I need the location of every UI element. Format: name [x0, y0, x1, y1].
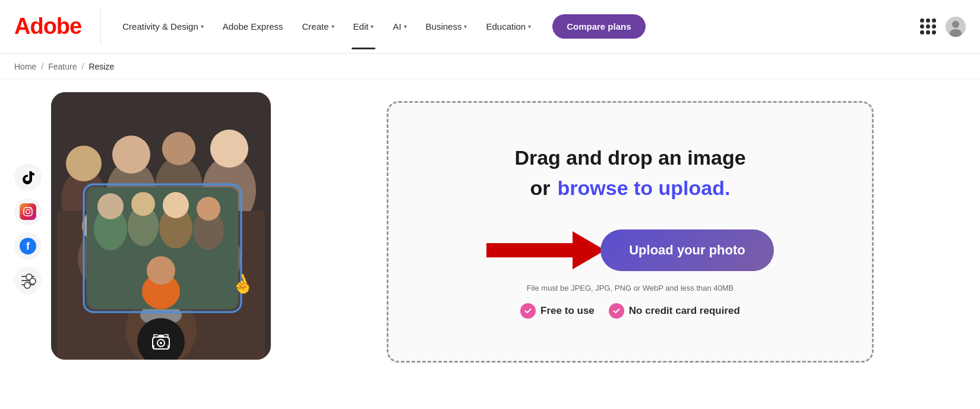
- browse-link[interactable]: browse to upload.: [558, 177, 731, 200]
- adobe-logo: Adobe: [14, 14, 81, 39]
- svg-point-14: [210, 130, 248, 168]
- instagram-icon-button[interactable]: [14, 198, 42, 225]
- check-icon: [520, 303, 536, 319]
- breadcrumb-current: Resize: [88, 62, 114, 71]
- red-arrow-icon: [486, 226, 605, 274]
- svg-point-34: [197, 197, 220, 221]
- breadcrumb-sep: /: [82, 62, 84, 71]
- main-content: f: [0, 80, 980, 383]
- nav-item-label: Create: [302, 21, 329, 32]
- social-icons-sidebar: f: [14, 92, 42, 294]
- instagram-icon: [20, 203, 36, 220]
- breadcrumb-home[interactable]: Home: [14, 62, 36, 71]
- chevron-down-icon: ▾: [331, 23, 334, 30]
- compare-plans-button[interactable]: Compare plans: [552, 14, 645, 39]
- chevron-down-icon: ▾: [404, 23, 407, 30]
- grid-icon[interactable]: [920, 18, 936, 34]
- svg-marker-41: [486, 231, 605, 269]
- nav-item-label: Education: [486, 21, 526, 32]
- svg-point-1: [952, 21, 959, 28]
- svg-point-40: [160, 342, 162, 344]
- nav-item-label: Creativity & Design: [122, 21, 198, 32]
- breadcrumb-feature[interactable]: Feature: [48, 62, 77, 71]
- badges-row: Free to use No credit card required: [520, 303, 740, 319]
- svg-point-4: [26, 210, 30, 214]
- camera-circle-button[interactable]: [137, 318, 185, 360]
- facebook-icon: f: [20, 238, 36, 254]
- upload-photo-button[interactable]: Upload your photo: [600, 229, 774, 271]
- svg-point-8: [66, 146, 102, 181]
- svg-point-32: [163, 192, 189, 218]
- upload-button-row: Upload your photo: [486, 226, 774, 274]
- drag-drop-title: Drag and drop an image: [514, 145, 745, 171]
- avatar[interactable]: [946, 17, 966, 37]
- sliders-icon: [20, 272, 36, 289]
- chevron-down-icon: ▾: [528, 23, 531, 30]
- breadcrumb: Home / Feature / Resize: [0, 54, 980, 80]
- svg-point-36: [147, 256, 175, 285]
- chevron-down-icon: ▾: [464, 23, 467, 30]
- check-icon: [609, 303, 624, 319]
- no-credit-card-badge: No credit card required: [609, 303, 740, 319]
- navbar: Adobe Creativity & Design ▾ Adobe Expres…: [0, 0, 980, 54]
- svg-point-10: [112, 136, 150, 174]
- nav-item-ai[interactable]: AI ▾: [385, 17, 413, 36]
- svg-point-30: [131, 192, 155, 216]
- svg-point-12: [162, 132, 195, 165]
- svg-point-28: [97, 193, 124, 219]
- free-to-use-badge: Free to use: [520, 303, 595, 319]
- chevron-down-icon: ▾: [371, 23, 374, 30]
- nav-item-label: Adobe Express: [223, 21, 283, 32]
- nav-items: Creativity & Design ▾ Adobe Express Crea…: [115, 14, 911, 39]
- nav-item-education[interactable]: Education ▾: [479, 17, 538, 36]
- file-types-label: File must be JPEG, JPG, PNG or WebP and …: [527, 284, 734, 292]
- left-panel: f: [14, 92, 271, 372]
- nav-item-express[interactable]: Adobe Express: [216, 17, 290, 36]
- image-preview: ☝️: [51, 92, 271, 360]
- facebook-icon-button[interactable]: f: [14, 232, 42, 260]
- nav-item-create[interactable]: Create ▾: [295, 17, 342, 36]
- free-to-use-label: Free to use: [540, 305, 595, 317]
- upload-dropzone[interactable]: Drag and drop an image or browse to uplo…: [387, 101, 874, 363]
- svg-point-5: [30, 209, 31, 210]
- nav-item-edit[interactable]: Edit ▾: [346, 17, 381, 36]
- sliders-icon-button[interactable]: [14, 267, 42, 294]
- nav-item-label: AI: [393, 21, 401, 32]
- svg-rect-39: [158, 335, 164, 338]
- nav-item-label: Business: [426, 21, 462, 32]
- nav-right: [920, 17, 966, 37]
- nav-divider: [100, 9, 101, 45]
- nav-item-creativity[interactable]: Creativity & Design ▾: [115, 17, 211, 36]
- tiktok-icon-button[interactable]: [14, 163, 42, 191]
- no-credit-card-label: No credit card required: [629, 305, 740, 317]
- breadcrumb-sep: /: [41, 62, 43, 71]
- nav-item-business[interactable]: Business ▾: [419, 17, 475, 36]
- drag-drop-or: or: [530, 175, 551, 201]
- nav-item-label: Edit: [353, 21, 369, 32]
- right-panel: Drag and drop an image or browse to uplo…: [295, 92, 966, 372]
- chevron-down-icon: ▾: [201, 23, 204, 30]
